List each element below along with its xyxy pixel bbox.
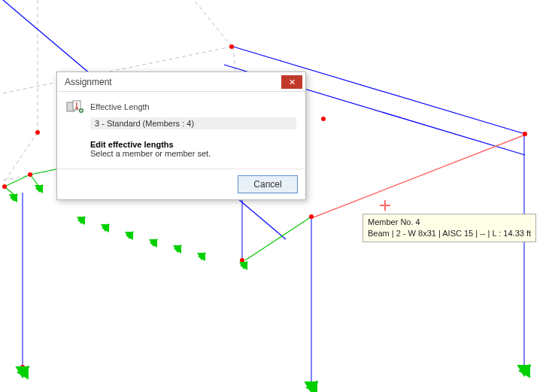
node[interactable] [2,184,7,189]
node[interactable] [28,172,32,177]
svg-line-5 [194,0,232,47]
support-icon[interactable] [7,191,20,205]
instruction-sub: Select a member or member set. [90,149,296,158]
effective-length-entry[interactable]: 3 - Standard (Members : 4) [90,117,296,129]
support-icon[interactable] [12,362,34,384]
svg-line-13 [5,175,30,187]
support-icon[interactable] [32,182,46,196]
effective-length-icon [66,99,84,114]
node[interactable] [309,214,314,219]
svg-line-15 [245,217,311,260]
instruction-heading: Edit effective lengths [90,140,296,149]
node[interactable] [229,44,234,49]
support-icon[interactable] [514,360,535,382]
support-icon[interactable] [301,377,323,392]
section-label: Effective Length [90,102,150,111]
svg-line-4 [3,132,38,184]
assignment-dialog: Assignment ✕ Effective Length 3 - Standa… [56,71,306,200]
tooltip-line2: Beam | 2 - W 8x31 | AISC 15 | -- | L : 1… [368,228,531,239]
member-tooltip: Member No. 4 Beam | 2 - W 8x31 | AISC 15… [362,214,536,242]
dialog-title: Assignment [65,77,281,87]
support-icon[interactable] [171,242,184,256]
cancel-button[interactable]: Cancel [238,175,298,193]
node[interactable] [523,132,527,136]
node[interactable] [321,117,326,121]
svg-line-18 [311,135,523,218]
support-icon[interactable] [195,250,208,263]
tooltip-line1: Member No. 4 [368,217,531,228]
support-icon[interactable] [99,221,112,235]
support-icon[interactable] [147,236,160,250]
dialog-titlebar[interactable]: Assignment ✕ [57,72,305,92]
support-icon[interactable] [237,259,250,272]
node[interactable] [35,130,40,135]
support-icon[interactable] [74,214,88,227]
support-icon[interactable] [123,229,136,242]
close-button[interactable]: ✕ [281,75,302,89]
